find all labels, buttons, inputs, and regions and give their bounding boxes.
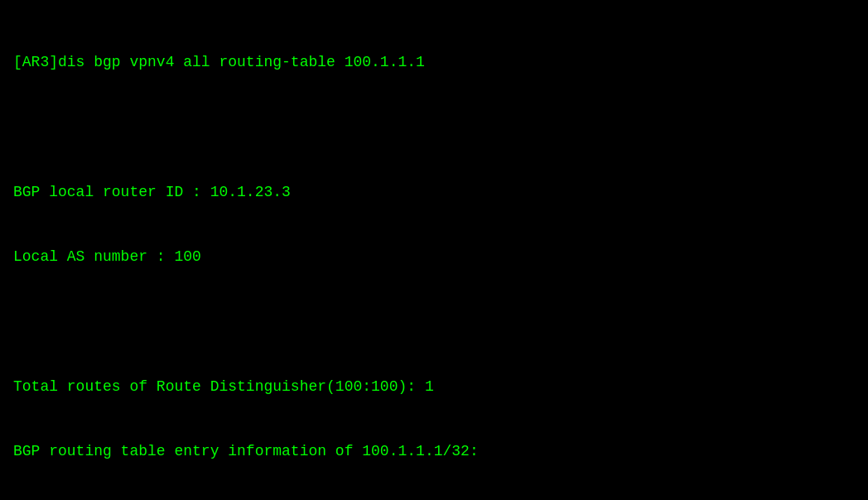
bgp-entry-line: BGP routing table entry information of 1… [13, 440, 855, 462]
local-as-line: Local AS number : 100 [13, 246, 855, 267]
command-line: [AR3]dis bgp vpnv4 all routing-table 100… [13, 51, 855, 73]
total-routes-line: Total routes of Route Distinguisher(100:… [13, 376, 855, 397]
terminal-output: [AR3]dis bgp vpnv4 all routing-table 100… [13, 8, 855, 500]
blank-line-2 [13, 310, 855, 332]
blank-line-1 [13, 116, 855, 137]
bgp-router-id-line: BGP local router ID : 10.1.23.3 [13, 181, 855, 203]
